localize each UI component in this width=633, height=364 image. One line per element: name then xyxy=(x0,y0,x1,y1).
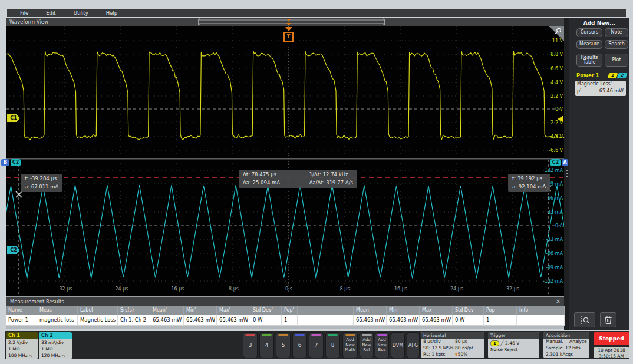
ch1-axis-labels: 11 V8.8 V6.6 V4.4 V2.2 V0 V-2.2 V-4.4 V-… xyxy=(549,38,563,153)
power1-result-key: µ': xyxy=(577,88,583,94)
cell-mean[interactable]: 65.463 mW xyxy=(354,315,387,326)
col-meas: Meas xyxy=(37,306,78,315)
trigger-title: Trigger xyxy=(488,332,539,339)
power1-result-panel[interactable]: Magnetic Loss' µ': 65.46 mW xyxy=(575,81,626,96)
cursor-a-readout[interactable]: t: -39.284 µs a: 67.011 mA xyxy=(21,174,62,192)
acquisition-mode: Manual, xyxy=(546,339,563,344)
ch1-badge[interactable]: Ch 1 2.2 V/div 1 MΩ 100 MHz ∿ xyxy=(6,332,38,359)
close-icon[interactable]: × xyxy=(555,298,562,305)
menu-utility[interactable]: Utility xyxy=(74,10,88,16)
waveform-plot[interactable]: 11 V8.8 V6.6 V4.4 V2.2 V0 V-2.2 V-4.4 V-… xyxy=(6,26,564,297)
time-label: 3:50:15 AM xyxy=(599,353,624,359)
bandwidth-limit-icon: ∿ xyxy=(62,353,65,358)
ch7-button[interactable]: 7 xyxy=(309,332,324,358)
ch4-button[interactable]: 4 xyxy=(259,332,274,358)
ch2-badge[interactable]: Ch 2 33 mA/div 1 MΩ 120 MHz ∿ xyxy=(39,332,72,359)
cursor-delta-readout[interactable]: Δt: 78.475 µs 1/Δt: 12.74 kHz Δa: 25.094… xyxy=(239,170,357,188)
cell-stddev-prime[interactable]: 0 W xyxy=(250,315,282,326)
ch1-scale: 2.2 V/div xyxy=(8,340,35,346)
col-stddev: Std Dev xyxy=(453,306,484,315)
ch8-button[interactable]: 8 xyxy=(325,332,340,358)
plot-button[interactable]: Plot xyxy=(605,54,628,67)
cell-min[interactable]: 65.463 mW xyxy=(387,315,420,326)
acquisition-count: 2.301 kAcqs xyxy=(543,352,589,358)
ch2-scale: 33 mA/div xyxy=(41,340,70,346)
axis-label: 33 mA xyxy=(548,210,563,215)
trigger-slope-icon: ╱ xyxy=(500,340,503,346)
menu-edit[interactable]: Edit xyxy=(46,10,55,16)
cursor-a-amplitude: a: 67.011 mA xyxy=(25,184,58,190)
ch6-color-stripe xyxy=(295,334,305,336)
cell-info[interactable] xyxy=(517,315,565,326)
afg-button[interactable]: AFG xyxy=(407,332,420,358)
cursor-b-badge-left: B xyxy=(1,159,9,166)
cell-max-prime[interactable]: 65.463 mW xyxy=(217,315,250,326)
trigger-source-chip: 1 xyxy=(490,340,499,346)
axis-label: -32 µs xyxy=(58,286,72,292)
results-table-button[interactable]: Results Table xyxy=(576,54,602,67)
horizontal-panel[interactable]: Horizontal 8 µs/div80 µs SR: 12.5 MS/s80… xyxy=(421,332,484,358)
trigger-position-icon[interactable] xyxy=(285,27,292,31)
horizontal-position: 50% xyxy=(458,352,468,357)
ch3-button[interactable]: 3 xyxy=(243,332,258,358)
add-new-ref-button[interactable]: AddNewRef xyxy=(360,332,374,358)
trigger-mode: Noise Reject xyxy=(488,347,539,353)
pan-zoom-track[interactable]: T xyxy=(6,18,564,26)
menu-help[interactable]: Help xyxy=(106,10,117,16)
cell-pop-prime[interactable]: 1 xyxy=(282,315,298,326)
cell-srcs[interactable]: Ch 1, Ch 2 xyxy=(118,315,150,326)
cursor-a-badge-right: A xyxy=(562,159,568,166)
ch5-button[interactable]: 5 xyxy=(276,332,291,358)
ch2-impedance: 1 MΩ xyxy=(41,346,70,353)
panel-divider-handle[interactable] xyxy=(564,18,569,330)
cursor-b-readout[interactable]: t: 39.192 µs a: 92.104 mA xyxy=(508,174,550,192)
col-mean-prime: Mean' xyxy=(150,306,184,315)
menu-bar: File Edit Utility Help xyxy=(7,9,626,17)
delete-button[interactable] xyxy=(600,312,616,327)
ch6-button[interactable]: 6 xyxy=(292,332,307,358)
cursor-delta-amplitude: Δa: 25.094 mA xyxy=(243,179,308,187)
search-button[interactable]: Search xyxy=(605,40,628,49)
menu-file[interactable]: File xyxy=(20,10,28,16)
cell-name[interactable]: Power 1 xyxy=(6,315,37,326)
cursor-b-time: t: 39.192 µs xyxy=(512,176,542,181)
axis-label: 6.6 V xyxy=(550,66,563,71)
col-srcs: Src(s) xyxy=(118,306,150,315)
cell-meas[interactable]: magnetic loss xyxy=(37,315,78,326)
power1-src2-chip: 2 xyxy=(617,73,628,78)
axis-label: 32 µs xyxy=(506,286,519,292)
cell-mean-prime[interactable]: 65.463 mW xyxy=(150,315,184,326)
cursors-button[interactable]: Cursors xyxy=(576,28,602,37)
axis-label: 4.4 V xyxy=(550,80,563,85)
zoom-cursor-icon xyxy=(579,315,590,325)
results-data-row[interactable]: Power 1 magnetic loss Magnetic Loss Ch 1… xyxy=(6,315,564,326)
ch2-badge-title: Ch 2 xyxy=(39,332,72,339)
ch2-waveform xyxy=(6,185,564,279)
col-label: Label xyxy=(78,306,118,315)
measure-button[interactable]: Measure xyxy=(576,40,602,49)
svg-text:T: T xyxy=(288,19,291,24)
horizontal-title: Horizontal xyxy=(421,332,484,339)
acquisition-sample-bits: Sample: 12 bits xyxy=(543,345,589,352)
cell-pop[interactable]: 1 xyxy=(484,315,517,326)
run-stop-status-button[interactable]: Stopped xyxy=(594,332,629,345)
cell-min-prime[interactable]: 65.463 mW xyxy=(184,315,217,326)
power1-badge-label[interactable]: Power 1 xyxy=(576,72,599,78)
col-pop: Pop xyxy=(484,306,517,315)
add-new-math-button[interactable]: AddNewMath xyxy=(342,332,358,358)
trigger-position-badge[interactable]: T xyxy=(283,32,294,42)
dvm-button[interactable]: DVM xyxy=(391,332,405,358)
axis-label: 2.2 V xyxy=(550,94,563,99)
cell-label[interactable]: Magnetic Loss xyxy=(78,315,118,326)
ch1-badge-title: Ch 1 xyxy=(6,332,38,339)
add-new-bus-button[interactable]: AddNewBus xyxy=(375,332,389,358)
cell-max[interactable]: 65.463 mW xyxy=(420,315,453,326)
trigger-level-arrow[interactable] xyxy=(558,115,563,123)
acquisition-panel[interactable]: Acquisition Manual,Analyze Sample: 12 bi… xyxy=(543,332,589,358)
cell-stddev[interactable]: 0 W xyxy=(453,315,484,326)
axis-label: -132 mA xyxy=(543,279,563,284)
zoom-cursor-tool-button[interactable] xyxy=(574,312,595,327)
trigger-panel[interactable]: Trigger 1 ╱ 2.46 V Noise Reject xyxy=(488,332,539,358)
axis-label: 8 µs xyxy=(340,286,350,292)
note-button[interactable]: Note xyxy=(605,28,628,37)
